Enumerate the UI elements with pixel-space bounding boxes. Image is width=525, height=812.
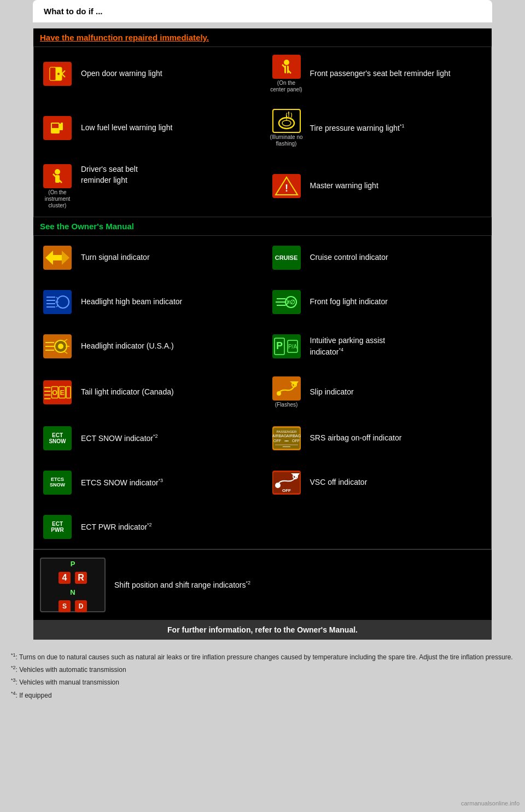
headlight-usa-icon-box <box>40 332 74 361</box>
driver-seatbelt-icon-box: (On theinstrumentcluster) <box>40 164 74 209</box>
slip-icon <box>272 376 301 401</box>
ect-snow-icon: ECTSNOW <box>43 426 72 450</box>
parking-assist-icon-box: P ∧ P/A <box>270 332 304 361</box>
svg-text:AIRBAG: AIRBAG <box>272 434 287 438</box>
shift-r: R <box>75 572 87 584</box>
section1-grid: Open door warning light (On thecenter pa… <box>33 47 492 217</box>
turn-signal-label: Turn signal indicator <box>81 252 150 263</box>
svg-line-48 <box>64 351 67 353</box>
headlight-usa-label: Headlight indicator (U.S.A.) <box>81 341 174 352</box>
list-item: Turn signal indicator <box>34 236 262 280</box>
tire-pressure-caption: (Illuminate noflashing) <box>270 134 302 147</box>
footnote-3: *3: Vehicles with manual transmission <box>11 676 514 688</box>
svg-text:): ) <box>290 112 292 118</box>
tire-pressure-icon-box: ! ( ! ) (Illuminate noflashing) <box>270 109 304 147</box>
list-item: PASSENGER AIRBAG AIRBAG OFF ▪▪▪ OFF ▪▪▪▪… <box>263 416 492 460</box>
slip-label: Slip indicator <box>310 387 354 398</box>
svg-point-75 <box>275 483 281 488</box>
master-warning-label: Master warning light <box>310 181 378 192</box>
svg-text:OFF: OFF <box>273 439 281 443</box>
footer-text: For further information, refer to the Ow… <box>167 625 358 634</box>
section2-grid: Turn signal indicator CRUISE Cruise cont… <box>33 235 492 549</box>
srs-icon-box: PASSENGER AIRBAG AIRBAG OFF ▪▪▪ OFF ▪▪▪▪… <box>270 424 304 453</box>
list-item: P ∧ P/A Intuitive parking assistindicato… <box>263 324 492 368</box>
list-item-empty <box>263 505 492 549</box>
shift-indicator-section: P 4 R N S D Shift position and shift ran… <box>33 549 492 620</box>
svg-point-30 <box>57 296 69 308</box>
shift-row-3: N <box>67 586 79 598</box>
list-item: ETCSSNOW ETCS SNOW indicator*3 <box>34 461 262 504</box>
section1-header: Have the malfunction repaired immediatel… <box>33 28 492 47</box>
taillight-label: Tail light indicator (Canada) <box>81 387 174 398</box>
svg-point-19 <box>55 169 60 175</box>
vsc-off-label: VSC off indicator <box>310 477 368 488</box>
shift-row-4: S D <box>59 600 87 612</box>
svg-text:O: O <box>52 389 57 397</box>
low-fuel-label: Low fuel level warning light <box>81 123 172 134</box>
ect-snow-icon-box: ECTSNOW <box>40 424 74 453</box>
etcs-snow-label: ETCS SNOW indicator*3 <box>81 477 163 488</box>
svg-marker-25 <box>53 251 69 265</box>
tire-pressure-icon: ! ( ! ) <box>272 109 301 133</box>
svg-line-3 <box>62 74 65 77</box>
list-item: (On thecenter panel) Front passenger's s… <box>263 47 492 101</box>
svg-rect-1 <box>50 67 56 80</box>
svg-text:P: P <box>276 340 282 351</box>
svg-rect-60 <box>66 386 71 398</box>
section1-title: Have the malfunction repaired immediatel… <box>40 33 209 42</box>
front-foglight-icon: ≠∅ <box>272 290 301 314</box>
driver-seatbelt-label: Driver's seat beltreminder light <box>81 164 138 185</box>
svg-point-4 <box>57 73 60 75</box>
shift-4: 4 <box>59 572 71 584</box>
etcs-snow-icon-box: ETCSSNOW <box>40 468 74 497</box>
page-container: What to do if ... Have the malfunction r… <box>0 0 525 812</box>
passenger-seatbelt-caption: (On thecenter panel) <box>270 80 302 93</box>
vsc-off-icon-box: OFF <box>270 468 304 497</box>
svg-text:AIRBAG: AIRBAG <box>286 434 300 438</box>
svg-text:▪▪▪: ▪▪▪ <box>284 439 289 443</box>
svg-text:!: ! <box>287 111 289 118</box>
open-door-icon-box <box>40 60 74 88</box>
shift-d: D <box>75 600 87 612</box>
list-item: CRUISE Cruise control indicator <box>263 236 492 280</box>
svg-point-45 <box>58 344 63 349</box>
svg-point-63 <box>277 391 281 396</box>
svg-rect-10 <box>52 124 59 128</box>
list-item: (On theinstrumentcluster) Driver's seat … <box>34 155 262 217</box>
svg-line-2 <box>62 71 65 74</box>
turn-signal-icon-box <box>40 243 74 272</box>
etcs-snow-icon: ETCSSNOW <box>43 471 72 495</box>
svg-text:OFF: OFF <box>292 439 300 443</box>
footnotes-section: *1: Turns on due to natural causes such … <box>0 646 525 707</box>
ect-pwr-icon-box: ECTPWR <box>40 513 74 541</box>
passenger-seatbelt-label: Front passenger's seat belt reminder lig… <box>310 68 451 79</box>
front-foglight-label: Front fog light indicator <box>310 297 388 308</box>
list-item: (Flashes) Slip indicator <box>263 369 492 416</box>
svg-text:!: ! <box>285 183 288 194</box>
taillight-icon-box: O E <box>40 378 74 407</box>
slip-caption: (Flashes) <box>275 402 298 408</box>
shift-row-1: P <box>67 558 79 570</box>
footnote-1: *1: Turns on due to natural causes such … <box>11 651 514 663</box>
srs-icon: PASSENGER AIRBAG AIRBAG OFF ▪▪▪ OFF ▪▪▪▪… <box>272 426 301 450</box>
watermark: carmanualsonline.info <box>461 800 520 807</box>
low-fuel-icon <box>43 116 72 140</box>
svg-rect-12 <box>61 123 63 125</box>
driver-seatbelt-caption: (On theinstrumentcluster) <box>45 189 71 209</box>
footnote-4: *4: If equipped <box>11 689 514 701</box>
list-item: Headlight indicator (U.S.A.) <box>34 324 262 368</box>
ect-pwr-label: ECT PWR indicator*2 <box>81 521 152 532</box>
taillight-icon: O E <box>43 380 72 404</box>
open-door-icon <box>43 62 72 86</box>
vsc-off-icon: OFF <box>272 471 301 495</box>
list-item: ! Master warning light <box>263 155 492 217</box>
svg-text:▪▪▪▪▪▪▪▪: ▪▪▪▪▪▪▪▪ <box>282 445 290 448</box>
passenger-seatbelt-icon <box>272 55 301 79</box>
open-door-label: Open door warning light <box>81 68 162 79</box>
highbeam-label: Headlight high beam indicator <box>81 297 182 308</box>
svg-line-46 <box>64 339 67 341</box>
parking-assist-icon: P ∧ P/A <box>272 334 301 358</box>
svg-text:PASSENGER: PASSENGER <box>276 430 297 433</box>
shift-row-2: 4 R <box>59 572 87 584</box>
svg-text:E: E <box>60 389 64 397</box>
